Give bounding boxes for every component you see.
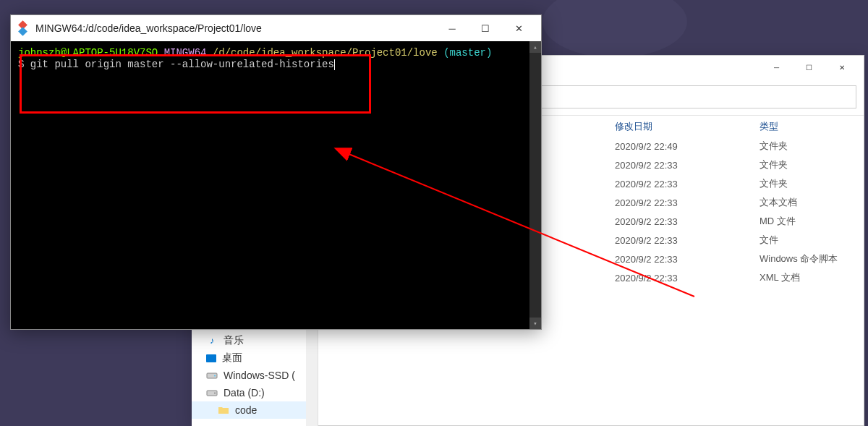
sidebar-item-music[interactable]: ♪ 音乐 <box>192 332 318 349</box>
sidebar-item-data-d[interactable]: Data (D:) <box>192 384 318 401</box>
git-bash-icon <box>17 22 30 35</box>
scroll-up-icon[interactable]: ▴ <box>529 41 541 53</box>
minimize-button[interactable]: ─ <box>760 57 793 77</box>
sidebar-item-label: Windows-SSD ( <box>224 370 295 381</box>
terminal-command: git pull origin master --allow-unrelated… <box>30 59 334 70</box>
prompt-env: MINGW64 <box>164 47 207 59</box>
close-button[interactable]: ✕ <box>502 17 535 39</box>
terminal-titlebar[interactable]: MINGW64:/d/code/idea_workspace/Project01… <box>11 15 541 41</box>
prompt-branch: (master) <box>443 47 492 59</box>
sidebar-item-label: 音乐 <box>224 334 244 347</box>
terminal-title: MINGW64:/d/code/idea_workspace/Project01… <box>35 22 435 34</box>
column-date[interactable]: 修改日期 <box>615 120 760 133</box>
sidebar-scrollbar[interactable] <box>306 329 318 426</box>
prompt-path: /d/code/idea_workspace/Project01/love <box>213 47 438 59</box>
minimize-button[interactable]: ─ <box>435 17 469 39</box>
scroll-down-icon[interactable]: ▾ <box>529 318 541 329</box>
terminal-command-line: $ git pull origin master --allow-unrelat… <box>18 59 534 70</box>
sidebar-item-label: Data (D:) <box>224 387 265 399</box>
svg-point-3 <box>214 375 216 377</box>
drive-icon <box>206 387 218 399</box>
watermark: https://blog.csdn.net/john1337 <box>744 412 859 422</box>
sidebar-item-label: 桌面 <box>222 352 242 365</box>
explorer-sidebar: ♪ 音乐 桌面 Windows-SSD ( Data (D:) code <box>192 329 318 426</box>
desktop-icon <box>206 354 216 362</box>
maximize-button[interactable]: ☐ <box>793 57 825 77</box>
terminal-window: MINGW64:/d/code/idea_workspace/Project01… <box>10 14 542 330</box>
cursor <box>334 59 335 70</box>
sidebar-item-desktop[interactable]: 桌面 <box>192 349 318 367</box>
music-icon: ♪ <box>206 335 218 346</box>
drive-icon <box>206 370 218 381</box>
terminal-scrollbar[interactable]: ▴ ▾ <box>529 41 541 329</box>
sidebar-item-windows-ssd[interactable]: Windows-SSD ( <box>192 367 318 384</box>
terminal-prompt-line: johnszh@LAPTOP-5U18V7SO MINGW64 /d/code/… <box>18 47 534 59</box>
terminal-body[interactable]: ▴ ▾ johnszh@LAPTOP-5U18V7SO MINGW64 /d/c… <box>11 41 541 329</box>
maximize-button[interactable]: ☐ <box>469 17 502 39</box>
svg-point-5 <box>214 393 216 394</box>
sidebar-item-code[interactable]: code <box>192 401 318 419</box>
close-button[interactable]: ✕ <box>825 57 858 77</box>
prompt-user: johnszh@LAPTOP-5U18V7SO <box>18 47 158 59</box>
prompt-dollar: $ <box>18 59 30 70</box>
column-type[interactable]: 类型 <box>760 120 861 133</box>
sidebar-item-label: code <box>235 404 257 416</box>
folder-icon <box>218 404 229 416</box>
